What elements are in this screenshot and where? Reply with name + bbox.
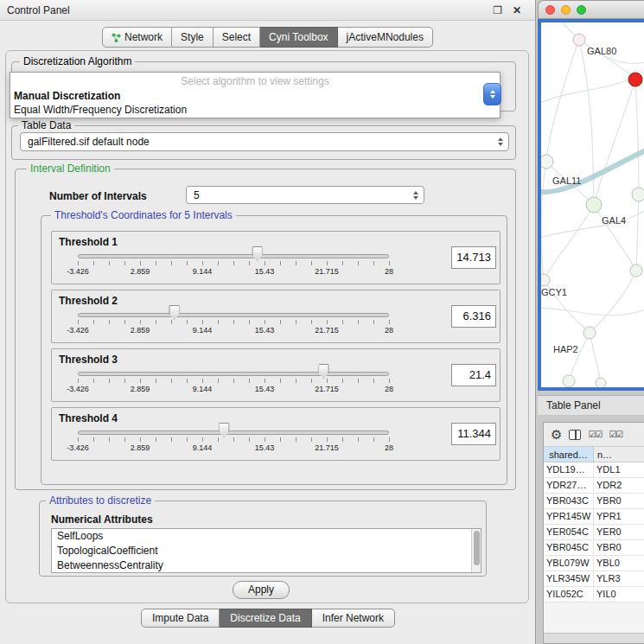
table-row[interactable]: YBL079WYBL0 [544, 556, 644, 571]
threshold-2-slider-thumb[interactable] [169, 305, 180, 320]
gear-icon[interactable]: ⚙ [551, 428, 562, 441]
column-header-shared-name[interactable]: shared… [544, 447, 594, 462]
attribute-list-item[interactable]: BetweennessCentrality [52, 558, 481, 573]
threshold-3-value-field[interactable]: 21.4 [451, 364, 496, 386]
threshold-3-scale: -3.4262.8599.14415.4321.71528 [78, 385, 389, 394]
tab-impute-data[interactable]: Impute Data [141, 609, 220, 628]
table-row[interactable]: YER054CYER0 [544, 525, 644, 540]
algorithm-option-manual[interactable]: Manual Discretization [10, 87, 500, 103]
network-canvas-svg[interactable]: GAL80GAL11GAL4GCY1HAP2 [541, 22, 644, 387]
scale-label: 21.715 [315, 443, 339, 452]
network-tab-icon [112, 33, 121, 42]
number-of-intervals-stepper-icon [411, 187, 420, 203]
table-cell: YPR145W [544, 509, 594, 524]
float-window-icon[interactable]: ❐ [493, 0, 502, 21]
threshold-4-value-field[interactable]: 11.344 [451, 423, 496, 445]
table-row[interactable]: YLR345WYLR3 [544, 571, 644, 587]
apply-button[interactable]: Apply [233, 581, 290, 599]
discretization-algorithm-group-title: Discretization Algorithm [20, 55, 135, 67]
tab-cyni-toolbox[interactable]: Cyni Toolbox [260, 27, 337, 48]
table-row[interactable]: YPR145WYPR1 [544, 509, 644, 525]
tab-network[interactable]: Network [102, 27, 172, 48]
network-node[interactable] [628, 73, 642, 86]
select-all-icon[interactable]: ☑☑ [588, 430, 602, 439]
select-none-icon[interactable]: ☑☑ [609, 430, 622, 439]
number-of-intervals-value: 5 [194, 189, 200, 201]
network-window-titlebar[interactable] [538, 0, 644, 19]
table-cell: YBR0 [594, 540, 644, 555]
table-cell: YBL079W [544, 556, 594, 571]
table-row[interactable]: YDR27…YDR2 [544, 478, 644, 494]
threshold-2-value-field[interactable]: 6.316 [451, 305, 496, 328]
network-node[interactable] [586, 197, 602, 213]
network-node[interactable] [563, 375, 575, 387]
network-node[interactable] [541, 274, 550, 286]
table-cell: YDL19… [544, 462, 594, 477]
algorithm-option-equal-width[interactable]: Equal Width/Frequency Discretization [10, 103, 500, 117]
table-row[interactable]: YBR043CYBR0 [544, 494, 644, 509]
network-node[interactable] [573, 34, 585, 46]
network-view-window: GAL80GAL11GAL4GCY1HAP2 [538, 0, 644, 391]
scale-label: 28 [385, 326, 393, 335]
network-node[interactable] [596, 378, 606, 387]
table-cell: YDL1 [594, 462, 644, 477]
close-icon[interactable]: ✕ [513, 0, 521, 21]
threshold-4-scale: -3.4262.8599.14415.4321.71528 [78, 443, 389, 453]
network-node[interactable] [630, 265, 642, 277]
threshold-4-slider-thumb[interactable] [219, 423, 230, 437]
table-cell: YIL052C [544, 587, 594, 602]
tab-style[interactable]: Style [172, 27, 214, 48]
network-node-label: GCY1 [541, 287, 567, 297]
table-row[interactable]: YBR045CYBR0 [544, 540, 644, 556]
columns-icon[interactable] [569, 430, 581, 440]
network-node[interactable] [632, 188, 644, 201]
table-toolbar: ⚙ ☑☑ ☑☑ [544, 423, 644, 447]
tab-network-label: Network [124, 31, 163, 43]
scale-label: 28 [385, 267, 393, 276]
attribute-list-item[interactable]: TopologicalCoefficient [52, 544, 481, 558]
zoom-traffic-icon[interactable] [577, 5, 586, 15]
close-traffic-icon[interactable] [545, 5, 555, 15]
algorithm-combo-stepper[interactable] [483, 83, 501, 105]
scale-label: -3.426 [67, 267, 89, 276]
network-node[interactable] [541, 155, 553, 169]
threshold-1-row: Threshold 1 -3.4262.8599.14415.4321.7152… [51, 231, 501, 284]
scale-label: -3.426 [67, 443, 89, 452]
numerical-attributes-list[interactable]: SelfLoopsTopologicalCoefficientBetweenne… [51, 528, 481, 573]
column-header-name[interactable]: n… [594, 447, 644, 462]
network-canvas[interactable]: GAL80GAL11GAL4GCY1HAP2 [541, 22, 644, 387]
table-data-selected-value: galFiltered.sif default node [28, 136, 150, 148]
table-cell: YER0 [594, 525, 644, 539]
threshold-1-slider-thumb[interactable] [252, 246, 263, 261]
tab-select[interactable]: Select [214, 27, 260, 48]
network-node-label: HAP2 [553, 344, 578, 354]
list-scrollbar[interactable] [471, 529, 481, 572]
threshold-3-slider-thumb[interactable] [318, 364, 329, 379]
attributes-group-title: Attributes to discretize [46, 494, 155, 507]
minimize-traffic-icon[interactable] [561, 5, 571, 15]
scale-label: 15.43 [255, 267, 275, 276]
cyni-toolbox-panel: Discretization Algorithm Select algorith… [5, 50, 529, 603]
window-title: Control Panel [0, 0, 535, 21]
table-row[interactable]: YDL19…YDL1 [544, 462, 644, 478]
thresholds-group-title: Threshold's Coordinates for 5 Intervals [51, 209, 236, 221]
network-node[interactable] [583, 327, 596, 339]
threshold-1-value-field[interactable]: 14.713 [451, 246, 496, 269]
network-node-label: GAL80 [587, 46, 616, 56]
table-cell: YLR3 [594, 571, 644, 586]
scale-label: 15.43 [255, 385, 275, 393]
table-row[interactable]: YIL052CYIL0 [544, 587, 644, 603]
number-of-intervals-select[interactable]: 5 [186, 186, 424, 204]
table-cell: YPR1 [594, 509, 644, 524]
tab-discretize-data[interactable]: Discretize Data [220, 609, 311, 628]
scale-label: 21.715 [315, 326, 339, 335]
list-scrollbar-thumb[interactable] [474, 531, 480, 565]
scale-label: 2.859 [131, 385, 150, 393]
tab-jactivemnodules[interactable]: jActiveMNodules [338, 27, 433, 48]
table-data-select[interactable]: galFiltered.sif default node [20, 132, 509, 151]
tab-infer-network[interactable]: Infer Network [312, 609, 395, 628]
threshold-4-row: Threshold 4 -3.4262.8599.14415.4321.7152… [51, 407, 501, 461]
table-cell: YER054C [544, 525, 594, 539]
attribute-list-item[interactable]: SelfLoops [52, 529, 481, 544]
control-panel-titlebar: Control Panel ❐ ✕ [0, 0, 535, 21]
